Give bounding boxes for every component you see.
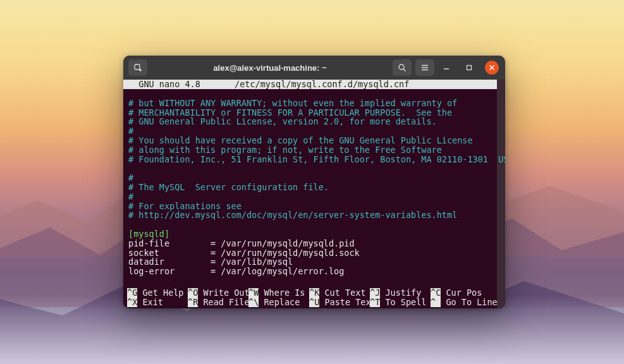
shortcut-get-help: ^G Get Help: [127, 288, 188, 298]
file-line: # You should have received a copy of the…: [128, 135, 473, 145]
file-line-section: [mysqld]: [128, 229, 169, 239]
nano-titlebar: GNU nano 4.8 /etc/mysql/mysql.conf.d/mys…: [123, 80, 497, 89]
file-line: # The MySQL Server configuration file.: [128, 182, 329, 192]
file-line: #: [128, 191, 133, 202]
file-line: #: [128, 126, 133, 136]
close-button[interactable]: [485, 61, 499, 75]
svg-rect-0: [135, 64, 140, 70]
file-line: # Foundation, Inc., 51 Franklin St, Fift…: [128, 154, 505, 164]
shortcut-to-spell: ^T To Spell: [370, 298, 431, 307]
file-line: # http://dev.mysql.com/doc/mysql/en/serv…: [128, 210, 457, 220]
file-line: # but WITHOUT ANY WARRANTY; without even…: [128, 98, 457, 108]
file-line: # For explanations see: [128, 201, 242, 211]
terminal-body[interactable]: GNU nano 4.8 /etc/mysql/mysql.conf.d/mys…: [123, 80, 505, 308]
shortcut-where-is: ^W Where Is: [248, 288, 309, 298]
close-icon: [489, 64, 495, 71]
svg-rect-9: [467, 66, 472, 70]
file-line: pid-file = /var/run/mysqld/mysqld.pid: [128, 238, 355, 248]
nano-shortcut-bar: ^G Get Help ^O Write Out ^W Where Is ^K …: [123, 288, 497, 307]
search-icon: [398, 63, 407, 72]
minimize-icon: [443, 64, 450, 71]
shortcut-cur-pos: ^C Cur Pos: [431, 288, 482, 298]
hamburger-icon: [420, 63, 429, 72]
shortcut-justify: ^J Justify: [370, 288, 431, 298]
nano-app-name: GNU nano 4.8: [128, 80, 235, 89]
shortcut-row-2: ^X Exit ^R Read File ^\ Replace ^U Paste…: [127, 298, 493, 307]
file-line: socket = /var/run/mysqld/mysqld.sock: [128, 248, 360, 258]
shortcut-write-out: ^O Write Out: [188, 288, 248, 298]
terminal-window: alex@alex-virtual-machine: ~ GNU nano 4.…: [123, 56, 505, 308]
nano-file-path: /etc/mysql/mysql.conf.d/mysqld.cnf: [235, 80, 409, 89]
file-line: datadir = /var/lib/mysql: [128, 257, 293, 267]
file-line: log-error = /var/log/mysql/error.log: [128, 266, 344, 276]
shortcut-go-to-line: ^_ Go To Line: [431, 298, 498, 307]
new-tab-icon: [133, 63, 142, 72]
svg-point-3: [399, 64, 404, 70]
titlebar[interactable]: alex@alex-virtual-machine: ~: [123, 56, 505, 80]
search-button[interactable]: [393, 59, 412, 76]
editor-content[interactable]: # but WITHOUT ANY WARRANTY; without even…: [123, 89, 497, 276]
new-tab-button[interactable]: [128, 59, 147, 76]
shortcut-exit: ^X Exit: [127, 298, 188, 307]
file-line: # along with this program; if not, write…: [128, 145, 442, 155]
svg-line-4: [403, 69, 406, 71]
window-controls: [439, 61, 499, 75]
minimize-button[interactable]: [439, 61, 453, 75]
maximize-button[interactable]: [462, 61, 476, 75]
shortcut-replace: ^\ Replace: [248, 298, 309, 307]
shortcut-row-1: ^G Get Help ^O Write Out ^W Where Is ^K …: [127, 288, 493, 298]
shortcut-cut-text: ^K Cut Text: [309, 288, 370, 298]
file-line: # GNU General Public License, version 2.…: [128, 116, 437, 126]
file-line: # MERCHANTABILITY or FITNESS FOR A PARTI…: [128, 107, 452, 118]
window-title: alex@alex-virtual-machine: ~: [151, 63, 389, 73]
menu-button[interactable]: [415, 59, 434, 76]
maximize-icon: [465, 64, 473, 71]
shortcut-read-file: ^R Read File: [188, 298, 248, 307]
file-line: #: [128, 173, 133, 183]
shortcut-paste-text: ^U Paste Text: [309, 298, 370, 307]
